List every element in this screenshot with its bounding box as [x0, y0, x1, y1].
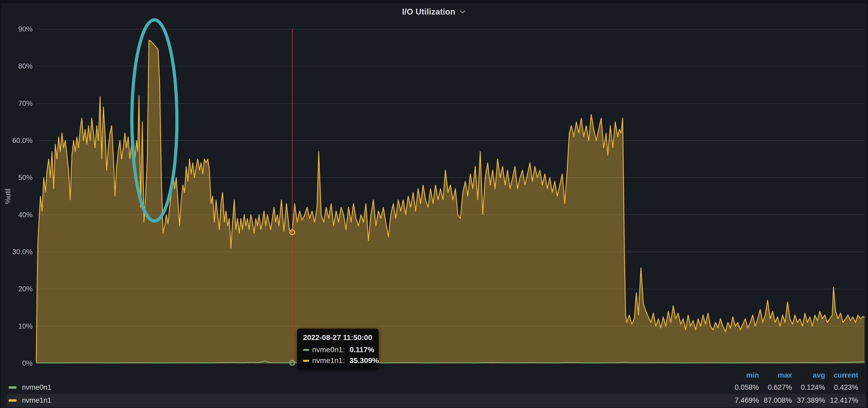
- legend-current-value: 12.417%: [825, 396, 858, 405]
- tooltip-series-label: nvme0n1:: [312, 346, 345, 354]
- legend-max-value: 87.008%: [759, 396, 792, 405]
- legend-series-name: nvme0n1: [22, 383, 51, 392]
- series-swatch-icon: [8, 399, 17, 402]
- legend-row-nvme1n1: nvme1n1 7.469% 87.008% 37.389% 12.417%: [7, 394, 866, 407]
- legend-avg-value: 37.389%: [792, 396, 825, 405]
- y-tick-label: 0%: [22, 359, 33, 367]
- y-tick-label: 80%: [18, 62, 33, 70]
- legend-avg-value: 0.124%: [792, 383, 825, 392]
- legend-series-toggle[interactable]: nvme0n1: [7, 383, 726, 392]
- tooltip-series-value: 35.309%: [345, 356, 379, 365]
- panel-header: I/O Utilization: [0, 3, 868, 21]
- y-tick-label: 40%: [18, 211, 33, 219]
- legend-max-value: 0.627%: [759, 383, 792, 392]
- y-axis-unit-label: %util: [4, 189, 12, 204]
- tooltip-row-nvme0n1: nvme0n1: 0.117%: [303, 346, 372, 354]
- tooltip-row-nvme1n1: nvme1n1: 35.309%: [303, 356, 372, 365]
- legend: min max avg current nvme0n1 0.058% 0.627…: [0, 369, 868, 407]
- series-color-dash-icon: [303, 360, 309, 362]
- series-area-nvme1n1: [36, 40, 865, 363]
- y-tick-label: 60.0%: [12, 137, 33, 144]
- series-color-dash-icon: [303, 349, 309, 351]
- legend-stat-current[interactable]: current: [825, 371, 858, 379]
- legend-min-value: 7.469%: [726, 396, 759, 405]
- y-tick-label: 50%: [18, 174, 33, 181]
- chevron-down-icon[interactable]: [459, 9, 466, 15]
- legend-stats-header: min max avg current: [0, 369, 868, 381]
- io-utilization-chart[interactable]: 0%10%20%30.0%40%50%60.0%70%80%90%: [0, 0, 868, 408]
- legend-row-nvme0n1: nvme0n1 0.058% 0.627% 0.124% 0.423%: [7, 381, 866, 394]
- legend-current-value: 0.423%: [825, 383, 858, 392]
- legend-stat-max[interactable]: max: [759, 371, 792, 379]
- panel-title[interactable]: I/O Utilization: [402, 7, 455, 17]
- legend-min-value: 0.058%: [726, 383, 759, 392]
- y-tick-label: 20%: [18, 285, 33, 293]
- series-swatch-icon: [8, 386, 17, 389]
- y-tick-label: 70%: [18, 100, 33, 107]
- legend-stat-min[interactable]: min: [726, 371, 759, 379]
- legend-series-toggle[interactable]: nvme1n1: [7, 396, 726, 405]
- legend-stat-avg[interactable]: avg: [792, 371, 825, 379]
- tooltip-timestamp: 2022-08-27 11:50:00: [303, 333, 372, 342]
- y-tick-label: 90%: [18, 25, 33, 33]
- legend-series-name: nvme1n1: [22, 396, 51, 405]
- tooltip-series-value: 0.117%: [345, 346, 374, 354]
- tooltip-series-label: nvme1n1:: [312, 356, 345, 365]
- grafana-panel: I/O Utilization %util 0%10%20%30.0%40%50…: [0, 0, 868, 408]
- y-tick-label: 30.0%: [12, 248, 33, 256]
- chart-tooltip: 2022-08-27 11:50:00 nvme0n1: 0.117% nvme…: [297, 329, 379, 370]
- y-tick-label: 10%: [18, 322, 33, 330]
